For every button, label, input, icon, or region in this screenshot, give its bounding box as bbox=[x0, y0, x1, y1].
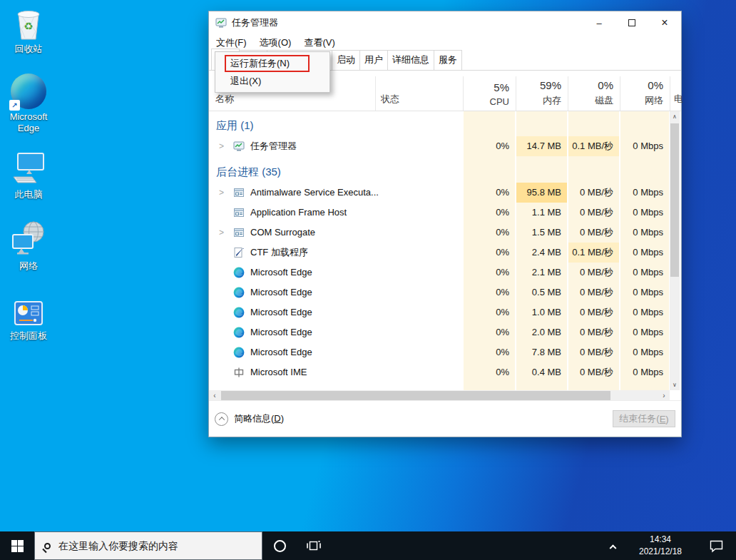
title-bar[interactable]: 任务管理器 – × bbox=[209, 11, 681, 34]
maximize-button[interactable] bbox=[615, 11, 648, 34]
details-toggle-label[interactable]: 简略信息(D) bbox=[234, 412, 284, 425]
column-power-partial[interactable]: 电 bbox=[674, 93, 683, 106]
mem-cell: 1.1 MB bbox=[516, 203, 567, 223]
taskbar-search[interactable] bbox=[34, 531, 262, 560]
tray-overflow-button[interactable] bbox=[600, 531, 625, 560]
edge-icon: ↗ bbox=[0, 73, 57, 109]
cortana-button[interactable] bbox=[262, 531, 297, 560]
end-task-button[interactable]: 结束任务(E) bbox=[613, 410, 675, 427]
task-view-button[interactable] bbox=[297, 531, 331, 560]
recycle-bin-icon: ♻ bbox=[0, 6, 57, 41]
minimize-button[interactable]: – bbox=[583, 11, 615, 34]
desktop-icon-network[interactable]: 网络 bbox=[0, 220, 57, 272]
ctf-icon bbox=[233, 247, 245, 258]
start-button[interactable] bbox=[0, 531, 34, 560]
column-memory[interactable]: 59%内存 bbox=[516, 79, 567, 107]
mem-cell: 7.8 MB bbox=[516, 342, 567, 362]
process-row[interactable]: Microsoft Edge0%0.5 MB0 MB/秒0 Mbps bbox=[209, 282, 670, 302]
scroll-up-icon[interactable]: ∧ bbox=[670, 111, 680, 122]
vertical-scroll-thumb[interactable] bbox=[670, 123, 679, 277]
disk-cell: 0 MB/秒 bbox=[568, 322, 619, 342]
desktop-icon-recycle-bin[interactable]: ♻ 回收站 bbox=[0, 6, 57, 55]
task-view-icon bbox=[306, 539, 322, 553]
action-center-button[interactable] bbox=[696, 531, 736, 560]
this-pc-icon bbox=[0, 151, 57, 187]
exe-icon bbox=[233, 227, 245, 238]
process-name: Microsoft IME bbox=[250, 362, 307, 382]
clock-time: 14:34 bbox=[625, 534, 696, 546]
net-cell: 0 Mbps bbox=[620, 136, 669, 156]
file-menu-dropdown: 运行新任务(N)退出(X) bbox=[215, 51, 330, 93]
cortana-icon bbox=[274, 540, 286, 552]
net-cell: 0 Mbps bbox=[620, 342, 669, 362]
chevron-up-icon bbox=[609, 544, 616, 551]
mem-cell: 2.0 MB bbox=[516, 322, 567, 342]
network-icon bbox=[0, 220, 57, 258]
disk-cell: 0 MB/秒 bbox=[568, 362, 619, 382]
menu-item-run-new-task[interactable]: 运行新任务(N) bbox=[215, 54, 329, 72]
red-highlight-box bbox=[225, 55, 310, 72]
edge-icon bbox=[233, 327, 245, 338]
exe-icon bbox=[233, 187, 245, 198]
expand-chevron-icon[interactable]: > bbox=[219, 183, 224, 203]
process-row[interactable]: Microsoft Edge0%2.0 MB0 MB/秒0 Mbps bbox=[209, 322, 670, 342]
process-row[interactable]: Microsoft Edge0%7.8 MB0 MB/秒0 Mbps bbox=[209, 342, 670, 362]
scroll-down-icon[interactable]: ∨ bbox=[670, 380, 680, 390]
column-disk[interactable]: 0%磁盘 bbox=[568, 79, 619, 107]
process-name: CTF 加载程序 bbox=[250, 243, 308, 263]
tab-details[interactable]: 详细信息 bbox=[387, 50, 434, 70]
action-center-icon bbox=[709, 539, 724, 553]
details-toggle-icon[interactable] bbox=[215, 412, 228, 426]
process-row[interactable]: Microsoft IME0%0.4 MB0 MB/秒0 Mbps bbox=[209, 362, 670, 382]
tab-services[interactable]: 服务 bbox=[434, 50, 462, 70]
process-row[interactable]: CTF 加载程序0%2.4 MB0.1 MB/秒0 Mbps bbox=[209, 243, 670, 263]
desktop-icon-microsoft-edge[interactable]: ↗ Microsoft Edge bbox=[0, 73, 57, 133]
tab-users[interactable]: 用户 bbox=[359, 50, 388, 70]
tab-startup[interactable]: 启动 bbox=[332, 50, 360, 70]
column-status[interactable]: 状态 bbox=[381, 93, 399, 106]
net-cell: 0 Mbps bbox=[620, 263, 669, 282]
cpu-cell: 0% bbox=[464, 322, 515, 342]
mem-cell: 1.5 MB bbox=[516, 223, 567, 243]
process-name: Microsoft Edge bbox=[250, 302, 312, 322]
desktop-icon-control-panel[interactable]: 控制面板 bbox=[0, 300, 57, 342]
taskbar: 14:34 2021/12/18 bbox=[0, 531, 736, 560]
desktop-icon-label: 控制面板 bbox=[0, 330, 57, 342]
process-name: Antimalware Service Executa... bbox=[250, 183, 379, 203]
group-header[interactable]: 后台进程 (35) bbox=[209, 161, 670, 183]
taskbar-clock[interactable]: 14:34 2021/12/18 bbox=[625, 531, 696, 560]
process-row[interactable]: >任务管理器0%14.7 MB0.1 MB/秒0 Mbps bbox=[209, 136, 670, 156]
cpu-cell: 0% bbox=[464, 223, 515, 243]
mem-cell: 0.4 MB bbox=[516, 362, 567, 382]
column-cpu[interactable]: 5%CPU bbox=[464, 81, 515, 107]
task-manager-window: 任务管理器 – × 文件(F) 选项(O) 查看(V) 进程性能应用历史记录启动… bbox=[208, 11, 682, 437]
clock-date: 2021/12/18 bbox=[625, 546, 696, 558]
net-cell: 0 Mbps bbox=[620, 302, 669, 322]
vertical-scrollbar[interactable]: ∧ ∨ bbox=[670, 111, 680, 390]
menu-bar: 文件(F) 选项(O) 查看(V) bbox=[209, 34, 681, 51]
menu-item-exit[interactable]: 退出(X) bbox=[215, 72, 329, 90]
expand-chevron-icon[interactable]: > bbox=[219, 136, 224, 156]
search-input[interactable] bbox=[58, 540, 237, 551]
mem-cell: 2.1 MB bbox=[516, 263, 567, 282]
process-row[interactable]: Application Frame Host0%1.1 MB0 MB/秒0 Mb… bbox=[209, 203, 670, 223]
process-row[interactable]: Microsoft Edge0%2.1 MB0 MB/秒0 Mbps bbox=[209, 263, 670, 282]
cpu-cell: 0% bbox=[464, 362, 515, 382]
cpu-cell: 0% bbox=[464, 203, 515, 223]
horizontal-scroll-thumb[interactable] bbox=[221, 391, 610, 401]
close-button[interactable]: × bbox=[648, 11, 681, 34]
column-name[interactable]: 名称 bbox=[215, 93, 234, 106]
process-row[interactable]: >COM Surrogate0%1.5 MB0 MB/秒0 Mbps bbox=[209, 223, 670, 243]
process-name: COM Surrogate bbox=[250, 223, 315, 243]
process-list: 应用 (1)>任务管理器0%14.7 MB0.1 MB/秒0 Mbps后台进程 … bbox=[209, 111, 670, 390]
edge-icon bbox=[233, 347, 245, 358]
shortcut-arrow-icon: ↗ bbox=[9, 100, 20, 111]
expand-chevron-icon[interactable]: > bbox=[219, 223, 224, 243]
column-network[interactable]: 0%网络 bbox=[620, 79, 669, 107]
process-row[interactable]: Microsoft Edge0%1.0 MB0 MB/秒0 Mbps bbox=[209, 302, 670, 322]
net-cell: 0 Mbps bbox=[620, 362, 669, 382]
process-name: Microsoft Edge bbox=[250, 263, 312, 282]
process-row[interactable]: >Antimalware Service Executa...0%95.8 MB… bbox=[209, 183, 670, 203]
group-header[interactable]: 应用 (1) bbox=[209, 115, 670, 136]
desktop-icon-this-pc[interactable]: 此电脑 bbox=[0, 151, 57, 200]
